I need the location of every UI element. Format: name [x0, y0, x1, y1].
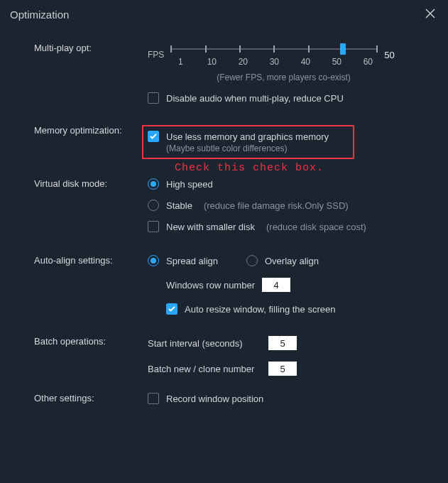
vdisk-label: Virtual disk mode:: [34, 178, 148, 232]
start-interval-input[interactable]: [268, 336, 297, 350]
tick-60: 60: [359, 57, 377, 67]
annotation-highlight: Use less memory and graphics memory (May…: [142, 125, 354, 159]
start-interval-label: Start interval (seconds): [148, 338, 261, 349]
batch-label: Batch operations:: [34, 336, 148, 376]
disable-audio-label: Disable audio when multi-play, reduce CP…: [166, 93, 344, 104]
useless-memory-checkbox[interactable]: Use less memory and graphics memory: [148, 131, 329, 142]
titlebar: Optimization: [0, 0, 448, 28]
overlay-align-radio[interactable]: Overlay align: [246, 255, 319, 266]
align-label: Auto-align settings:: [34, 255, 148, 315]
vdisk-stable-label: Stable: [166, 200, 192, 211]
rownum-label: Windows row number: [166, 280, 255, 291]
radio-off: [246, 255, 258, 266]
overlay-align-label: Overlay align: [265, 256, 319, 266]
useless-memory-label: Use less memory and graphics memory: [166, 131, 329, 142]
rownum-input[interactable]: [262, 278, 290, 292]
fps-slider[interactable]: 1 10 20 30 40 50 60: [171, 43, 377, 67]
disable-audio-checkbox[interactable]: Disable audio when multi-play, reduce CP…: [148, 92, 420, 104]
auto-resize-label: Auto resize window, filling the screen: [185, 304, 335, 315]
section-memory: Memory optimization: Use less memory and…: [34, 125, 420, 174]
radio-off: [148, 200, 159, 211]
section-multiplay: Multi-play opt: FPS: [34, 43, 420, 104]
vdisk-high-label: High speed: [166, 179, 213, 190]
checkbox-box: [148, 92, 159, 104]
vdisk-stable-radio[interactable]: Stable: [148, 200, 192, 211]
window-title: Optimization: [10, 9, 69, 21]
clone-number-input[interactable]: [268, 362, 297, 376]
record-position-checkbox[interactable]: Record window position: [148, 393, 420, 404]
vdisk-stable-desc: (reduce file damage risk.Only SSD): [204, 200, 349, 211]
useless-memory-hint: (Maybe subtle color differences): [166, 143, 329, 153]
tick-1: 1: [171, 57, 190, 67]
new-smaller-disk-desc: (reduce disk space cost): [266, 222, 366, 232]
other-label: Other settings:: [34, 393, 148, 404]
multiplay-label: Multi-play opt:: [34, 43, 148, 104]
tick-40: 40: [296, 57, 315, 67]
checkbox-box: [148, 393, 159, 404]
section-batch: Batch operations: Start interval (second…: [34, 336, 420, 376]
section-align: Auto-align settings: Spread align Overla…: [34, 255, 420, 315]
memory-label: Memory optimization:: [34, 125, 148, 174]
section-vdisk: Virtual disk mode: High speed Stable (re…: [34, 178, 420, 232]
new-smaller-disk-checkbox[interactable]: New with smaller disk: [148, 221, 255, 232]
checkbox-box: [148, 221, 159, 232]
slider-handle[interactable]: [340, 43, 346, 55]
radio-on: [148, 178, 159, 190]
checkbox-box-checked: [166, 303, 177, 315]
vdisk-high-radio[interactable]: High speed: [148, 178, 213, 190]
clone-number-label: Batch new / clone number: [148, 364, 261, 374]
fps-value: 50: [384, 50, 394, 60]
tick-50: 50: [327, 57, 346, 67]
fps-label: FPS: [148, 50, 164, 60]
close-icon[interactable]: [422, 6, 438, 23]
spread-align-radio[interactable]: Spread align: [148, 255, 218, 266]
fps-hint: (Fewer FPS, more players co-exist): [148, 72, 420, 82]
section-other: Other settings: Record window position: [34, 393, 420, 404]
tick-30: 30: [265, 57, 283, 67]
new-smaller-disk-label: New with smaller disk: [166, 222, 255, 232]
annotation-text: Check this check box.: [175, 162, 420, 174]
record-position-label: Record window position: [166, 394, 263, 404]
tick-10: 10: [202, 57, 221, 67]
checkbox-box-checked: [148, 131, 159, 142]
radio-on: [148, 255, 159, 266]
spread-align-label: Spread align: [166, 256, 218, 266]
tick-20: 20: [234, 57, 252, 67]
auto-resize-checkbox[interactable]: Auto resize window, filling the screen: [166, 303, 420, 315]
